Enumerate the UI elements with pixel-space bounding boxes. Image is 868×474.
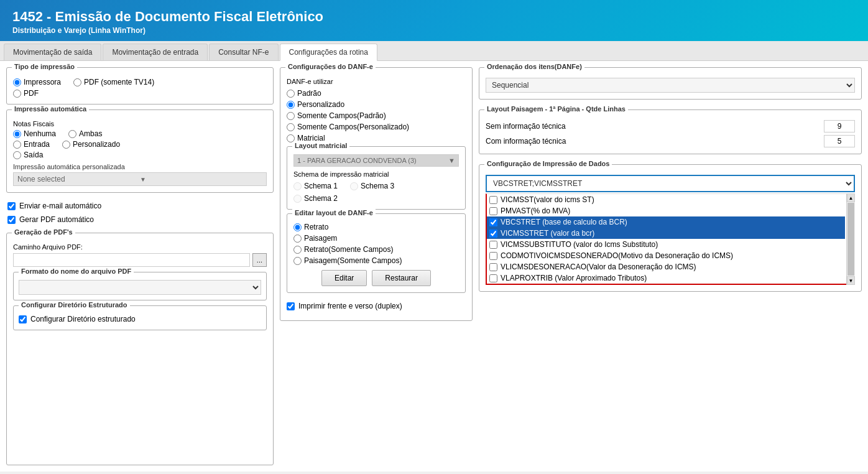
radio-personalizado-danfe[interactable]: Personalizado <box>287 100 466 109</box>
dropdown-item-codmotivoicms[interactable]: CODMOTIVOICMSDESONERADO(Motivo da Desone… <box>487 250 845 261</box>
none-selected-dropdown[interactable]: None selected ▼ <box>13 172 267 186</box>
radio-pdf[interactable]: PDF <box>13 89 39 98</box>
sem-info-label: Sem informação técnica <box>486 122 566 131</box>
editar-radio-group: Retrato Paisagem Retrato(Somente Campos)… <box>293 223 459 265</box>
check-imprimir-duplex[interactable]: Imprimir frente e verso (duplex) <box>287 300 402 312</box>
layout-paisagem-group: Layout Paisagem - 1ª Página - Qtde Linha… <box>479 109 862 154</box>
radio-padrao[interactable]: Padrão <box>287 89 466 98</box>
app-header: 1452 - Emissão de Documento Fiscal Eletr… <box>0 0 868 41</box>
middle-column: Configurações do DANF-e DANF-e utilizar … <box>280 67 473 465</box>
impressao-automatica-legend: Impressão automática <box>12 105 89 113</box>
dropdown-wrapper: VICMSST(valor do icms ST) PMVAST(% do MV… <box>486 193 855 285</box>
scrollbar-up-icon[interactable]: ▲ <box>847 193 855 202</box>
radio-retrato[interactable]: Retrato <box>293 223 459 231</box>
editar-layout-legend: Editar layout de DANF-e <box>292 209 376 216</box>
radio-schema3[interactable]: Schema 3 <box>350 182 394 190</box>
notas-fiscais-label: Notas Fiscais <box>13 120 267 128</box>
layout-matricial-legend: Layout matricial <box>292 142 349 149</box>
tab-consultar-nfe[interactable]: Consultar NF-e <box>209 44 278 60</box>
schema-row: Schema 1 Schema 3 <box>293 182 459 190</box>
imprimir-frente-row: Imprimir frente e verso (duplex) <box>287 298 466 314</box>
configurar-dir-legend: Configurar Diretório Estruturado <box>19 301 130 309</box>
dropdown-item-vlaproxtrib[interactable]: VLAPROXTRIB (Valor Aproximado Tributos) <box>487 272 845 284</box>
config-impressao-wrapper: VBCSTRET;VICMSSTRET VICMSST(valor do icm… <box>486 175 855 285</box>
caminho-label: Caminho Arquivo PDF: <box>13 243 267 251</box>
browse-button[interactable]: ... <box>252 253 267 267</box>
check-gerar-pdf[interactable]: Gerar PDF automático <box>7 214 272 225</box>
scrollbar-down-icon[interactable]: ▼ <box>847 276 855 285</box>
radio-paisagem[interactable]: Paisagem <box>293 234 459 243</box>
radio-entrada[interactable]: Entrada <box>13 140 50 149</box>
caminho-input[interactable]: C:\PDF <box>13 253 250 267</box>
editar-layout-group: Editar layout de DANF-e Retrato Paisagem… <box>287 213 466 293</box>
tipo-impressao-group: Tipo de impressão Impressora PDF (soment… <box>6 67 274 105</box>
radio-schema1[interactable]: Schema 1 <box>293 182 338 190</box>
dropdown-list[interactable]: VICMSST(valor do icms ST) PMVAST(% do MV… <box>486 193 855 285</box>
ordenacao-select[interactable]: Sequencial Código Descrição <box>486 78 855 93</box>
com-info-input[interactable]: 5 <box>824 135 855 147</box>
radio-schema2[interactable]: Schema 2 <box>293 194 338 203</box>
dropdown-item-vlicmsdesonerao[interactable]: VLICMSDESONERACAO(Valor da Desoneração d… <box>487 261 845 272</box>
check-configurar-dir[interactable]: Configurar Diretório estruturado <box>19 314 261 325</box>
formato-nome-select[interactable] <box>19 280 261 295</box>
dropdown-item-vicmsst[interactable]: VICMSST(valor do icms ST) <box>487 194 845 205</box>
danfe-utilizar-label: DANF-e utilizar <box>287 78 466 85</box>
layout-paisagem-legend: Layout Paisagem - 1ª Página - Qtde Linha… <box>484 105 628 113</box>
config-impressao-select[interactable]: VBCSTRET;VICMSSTRET <box>486 175 855 192</box>
radio-matricial[interactable]: Matricial <box>287 134 466 142</box>
tab-movimentacao-saida[interactable]: Movimentação de saída <box>4 44 101 60</box>
ordenacao-group: Ordenação dos itens(DANFe) Sequencial Có… <box>479 67 862 100</box>
radio-retrato-campos[interactable]: Retrato(Somente Campos) <box>293 245 459 254</box>
left-column: Tipo de impressão Impressora PDF (soment… <box>6 67 274 465</box>
dropdown-arrow-icon: ▼ <box>140 176 262 183</box>
restaurar-button[interactable]: Restaurar <box>372 270 431 286</box>
app-subtitle: Distribuição e Varejo (Linha WinThor) <box>12 26 856 35</box>
radio-personalizado-nf[interactable]: Personalizado <box>62 140 120 149</box>
configurar-group: Configurar Diretório Estruturado Configu… <box>13 305 267 330</box>
sem-info-input[interactable]: 9 <box>824 120 855 132</box>
standalone-checkboxes: Enviar e-mail automático Gerar PDF autom… <box>6 198 274 228</box>
danfe-config-legend: Configurações do DANF-e <box>285 63 376 70</box>
formato-nome-group: Formato do nome do arquivo PDF <box>13 272 267 300</box>
dropdown-item-vicmssubstituto[interactable]: VICMSSUBSTITUTO (valor do Icms Substitut… <box>487 239 845 250</box>
radio-impressora[interactable]: Impressora <box>13 78 61 86</box>
layout-matricial-group: Layout matricial 1 - PARA GERACAO CONDVE… <box>287 146 466 210</box>
schema-row2: Schema 2 <box>293 194 459 203</box>
ordenacao-legend: Ordenação dos itens(DANFe) <box>484 63 584 70</box>
geracao-pdf-group: Geração de PDF's Caminho Arquivo PDF: C:… <box>6 233 274 465</box>
check-enviar-email[interactable]: Enviar e-mail automático <box>7 200 272 211</box>
dropdown-item-vicmsstret[interactable]: VICMSSTRET (valor da bcr) <box>487 228 845 239</box>
radio-somente-campos-padrao[interactable]: Somente Campos(Padrão) <box>287 111 466 120</box>
layout-matricial-value: 1 - PARA GERACAO CONDVENDA (3) <box>297 157 417 164</box>
personalizada-label: Impressão automática personalizada <box>13 163 267 170</box>
config-impressao-legend: Configuração de Impressão de Dados <box>484 160 612 167</box>
radio-saida[interactable]: Saída <box>13 151 43 159</box>
layout-matricial-select[interactable]: 1 - PARA GERACAO CONDVENDA (3) ▼ <box>293 154 459 167</box>
sem-info-row: Sem informação técnica 9 <box>486 120 855 132</box>
radio-paisagem-campos[interactable]: Paisagem(Somente Campos) <box>293 256 459 265</box>
radio-ambas[interactable]: Ambas <box>68 129 102 138</box>
main-content: Tipo de impressão Impressora PDF (soment… <box>0 61 868 472</box>
com-info-label: Com informação técnica <box>486 137 566 146</box>
editar-button[interactable]: Editar <box>321 270 367 286</box>
layout-matricial-arrow-icon: ▼ <box>448 157 455 164</box>
dropdown-item-vbcstret[interactable]: VBCSTRET (base de calculo da BCR) <box>487 216 845 228</box>
tab-configuracoes-rotina[interactable]: Configurações da rotina <box>280 44 377 61</box>
tab-movimentacao-entrada[interactable]: Movimentação de entrada <box>103 44 208 60</box>
impressao-automatica-group: Impressão automática Notas Fiscais Nenhu… <box>6 109 274 193</box>
right-column: Ordenação dos itens(DANFe) Sequencial Có… <box>479 67 862 465</box>
formato-group: Formato do nome do arquivo PDF <box>13 272 267 300</box>
dropdown-item-pmvast[interactable]: PMVAST(% do MVA) <box>487 205 845 216</box>
radio-nenhuma[interactable]: Nenhuma <box>13 129 56 138</box>
tabs-bar: Movimentação de saída Movimentação de en… <box>0 41 868 61</box>
danfe-radio-group: Padrão Personalizado Somente Campos(Padr… <box>287 89 466 142</box>
app-title: 1452 - Emissão de Documento Fiscal Eletr… <box>12 9 856 25</box>
caminho-row: C:\PDF ... <box>13 253 267 267</box>
config-impressao-group: Configuração de Impressão de Dados VBCST… <box>479 164 862 292</box>
com-info-row: Com informação técnica 5 <box>486 135 855 147</box>
none-selected-text: None selected <box>17 175 140 184</box>
scrollbar-thumb[interactable] <box>847 203 854 276</box>
radio-pdf-tv14[interactable]: PDF (somente TV14) <box>73 78 154 86</box>
radio-somente-campos-personalizado[interactable]: Somente Campos(Personalizado) <box>287 123 466 131</box>
scrollbar-track[interactable]: ▲ ▼ <box>846 193 855 285</box>
